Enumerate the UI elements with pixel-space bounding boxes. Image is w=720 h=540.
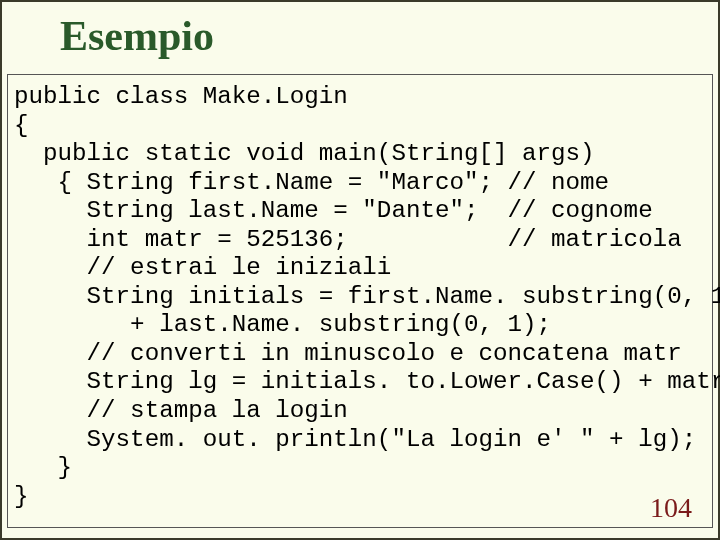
slide: Esempio public class Make.Login { public… xyxy=(0,0,720,540)
code-line: // stampa la login xyxy=(14,397,348,424)
code-line: String last.Name = "Dante"; // cognome xyxy=(14,197,653,224)
code-line: // estrai le iniziali xyxy=(14,254,391,281)
page-number: 104 xyxy=(650,492,692,524)
code-line: { xyxy=(14,112,29,139)
code-line: } xyxy=(14,454,72,481)
code-block: public class Make.Login { public static … xyxy=(14,83,706,511)
code-line: + last.Name. substring(0, 1); xyxy=(14,311,551,338)
code-line: public class Make.Login xyxy=(14,83,348,110)
code-line: } xyxy=(14,483,29,510)
code-line: public static void main(String[] args) xyxy=(14,140,595,167)
slide-title: Esempio xyxy=(60,12,214,60)
code-line: String initials = first.Name. substring(… xyxy=(14,283,720,310)
code-line: System. out. println("La login e' " + lg… xyxy=(14,426,696,453)
code-box: public class Make.Login { public static … xyxy=(7,74,713,528)
code-line: String lg = initials. to.Lower.Case() + … xyxy=(14,368,720,395)
code-line: int matr = 525136; // matricola xyxy=(14,226,682,253)
code-line: // converti in minuscolo e concatena mat… xyxy=(14,340,682,367)
code-line: { String first.Name = "Marco"; // nome xyxy=(14,169,609,196)
